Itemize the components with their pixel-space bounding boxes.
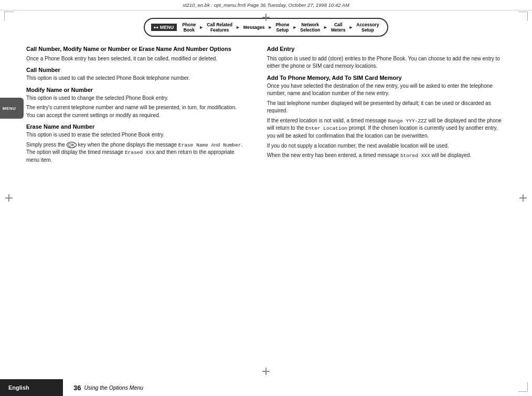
nav-item-phone-setup[interactable]: PhoneSetup xyxy=(273,21,291,34)
cross-mid-left xyxy=(5,194,13,202)
footer-language: English xyxy=(0,379,63,396)
nav-item-phone-book[interactable]: PhoneBook xyxy=(180,21,198,34)
add-para1: Once you have selected the destination o… xyxy=(267,82,506,98)
right-column: Add Entry This option is used to add (st… xyxy=(257,45,506,166)
nav-item-call-meters[interactable]: CallMeters xyxy=(329,21,347,34)
modify-name-body2: The entry's current telephone number and… xyxy=(26,104,246,119)
range-code: Range YYY-ZZZ xyxy=(388,118,427,124)
modify-name-heading: Modify Name or Number xyxy=(26,87,246,93)
page-text: Using the Options Menu xyxy=(84,384,143,391)
header-text: st210_en.bk : opt_menu.fm5 Page 36 Tuesd… xyxy=(183,2,349,8)
corner-mark-tl xyxy=(4,12,14,21)
cross-top-center xyxy=(262,14,270,21)
add-entry-heading: Add Entry xyxy=(267,45,506,53)
add-para2: The last telephone number displayed will… xyxy=(267,100,506,115)
nav-item-network-selection[interactable]: NetworkSelection xyxy=(298,21,322,34)
nav-arrow-3: ► xyxy=(268,25,272,30)
add-to-phone-heading: Add To Phone Memory, Add To SIM Card Mem… xyxy=(267,75,506,81)
footer: English 36 Using the Options Menu xyxy=(0,379,532,396)
menu-device-icon: MENU xyxy=(0,98,24,119)
enter-location-code: Enter Location xyxy=(305,126,347,131)
nav-arrow-2: ► xyxy=(236,25,240,30)
add-para3: If the entered location is not valid, a … xyxy=(267,117,506,140)
left-column: MENU Call Number, Modify Name or Number … xyxy=(26,45,257,166)
nav-item-messages[interactable]: Messages xyxy=(241,24,267,31)
nav-arrow-5: ► xyxy=(323,25,328,30)
left-intro: Once a Phone Book entry has been selecte… xyxy=(26,55,246,63)
erase-name-heading: Erase Name and Number xyxy=(26,123,246,130)
footer-page: 36 Using the Options Menu xyxy=(63,384,143,392)
ok-button-icon: OK xyxy=(67,142,77,148)
nav-item-accessory-setup[interactable]: AccessorySetup xyxy=(354,21,381,34)
stored-code: Stored XXX xyxy=(400,153,430,159)
call-number-body: This option is used to call the selected… xyxy=(26,75,246,82)
erase-name-body1: This option is used to erase the selecte… xyxy=(26,131,246,139)
page-number: 36 xyxy=(73,384,81,392)
main-content: MENU Call Number, Modify Name or Number … xyxy=(0,40,532,171)
left-main-heading: Call Number, Modify Name or Number or Er… xyxy=(26,45,246,53)
corner-mark-tr xyxy=(518,12,528,21)
header-bar: st210_en.bk : opt_menu.fm5 Page 36 Tuesd… xyxy=(0,0,532,11)
nav-arrow-4: ► xyxy=(292,25,297,30)
add-para5: When the new entry has been entered, a t… xyxy=(267,152,506,160)
call-number-heading: Call Number xyxy=(26,67,246,73)
modify-name-body1: This option is used to change the select… xyxy=(26,95,246,102)
menu-label: MENU xyxy=(151,24,177,31)
nav-arrow-6: ► xyxy=(348,25,353,30)
erase-code1: Erase Name And Number xyxy=(178,142,241,148)
cross-bottom-center xyxy=(262,368,270,375)
erase-name-body2: Simply press the OK key when the phone d… xyxy=(26,141,246,164)
cross-mid-right xyxy=(519,194,527,202)
add-para4: If you do not supply a location number, … xyxy=(267,142,506,150)
nav-arrow-1: ► xyxy=(199,25,204,30)
add-entry-body: This option is used to add (store) entri… xyxy=(267,55,506,70)
nav-item-call-related[interactable]: Call RelatedFeatures xyxy=(205,21,235,34)
erase-code2: Erased XXX xyxy=(125,150,155,155)
